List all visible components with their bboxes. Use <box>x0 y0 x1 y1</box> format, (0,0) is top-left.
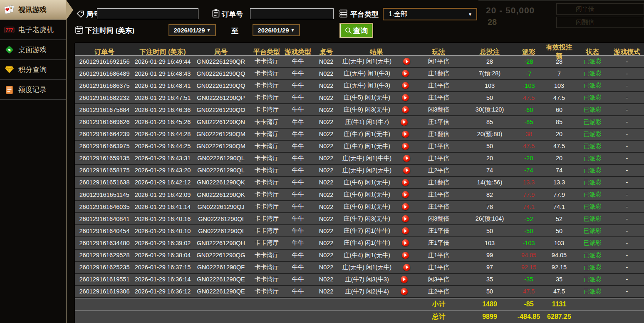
replay-video-button[interactable] <box>402 215 409 222</box>
table-row: 2601291616252352026-01-29 16:37:15GN0222… <box>75 262 644 274</box>
replay-video-button[interactable] <box>402 94 409 101</box>
table-row: 2601291616193062026-01-29 16:36:12GN0222… <box>75 286 644 298</box>
table-row: 2601291616639752026-01-29 16:44:25GN0222… <box>75 141 644 153</box>
time-cell: 2026-01-29 16:42:12 <box>134 179 192 186</box>
result-text: 庄(无牛) 闲1(无牛) <box>342 263 391 271</box>
chevron-down-icon <box>468 12 472 17</box>
valid-cell: 103 <box>543 240 575 246</box>
status-cell: 已派彩 <box>575 191 609 199</box>
game-cell: 牛牛 <box>283 263 312 271</box>
time-cell: 2026-01-29 16:48:43 <box>134 70 192 77</box>
order-cell: 260129161629528 <box>75 252 134 258</box>
replay-video-button[interactable] <box>401 288 408 295</box>
result-text: 庄(无牛) 闲2(无牛) <box>342 166 391 174</box>
table-no-cell: N022 <box>312 70 340 77</box>
table-no-cell: N022 <box>312 264 340 271</box>
replay-video-button[interactable] <box>402 143 409 150</box>
background-panel: 闲翻倍 <box>556 17 644 28</box>
platform-cell: 卡卡湾厅 <box>250 215 283 223</box>
mode-cell: - <box>609 131 644 137</box>
play-cell: 庄1翻倍 <box>413 70 465 77</box>
replay-video-button[interactable] <box>402 131 409 138</box>
payout-cell: -7 <box>515 70 543 77</box>
play-cell: 庄1平倍 <box>413 263 465 271</box>
replay-video-button[interactable] <box>402 82 409 89</box>
replay-video-button[interactable] <box>401 276 408 283</box>
table-row: 2601291616591352026-01-29 16:43:31GN0222… <box>75 153 644 165</box>
column-header-platform: 平台类型 <box>250 48 283 57</box>
platform-cell: 卡卡湾厅 <box>250 142 283 150</box>
play-cell: 庄1平倍 <box>413 94 465 102</box>
replay-video-button[interactable] <box>402 70 409 77</box>
replay-video-button[interactable] <box>402 179 409 186</box>
platform-cell: 卡卡湾厅 <box>250 263 283 271</box>
table-no-cell: N022 <box>312 131 340 137</box>
sidebar-item-table-games[interactable]: 桌面游戏 <box>0 40 66 60</box>
game-cell: 牛牛 <box>283 70 312 77</box>
platform-cell: 卡卡湾厅 <box>250 154 283 162</box>
platform-type-select[interactable]: 1.全部 <box>383 8 477 20</box>
replay-video-button[interactable] <box>403 155 410 162</box>
order-cell: 260129161619551 <box>75 276 134 283</box>
result-text: 庄(牛1) 闲1(牛7) <box>345 118 389 126</box>
sidebar-item-points-query[interactable]: 积分查询 <box>0 60 66 80</box>
play-cell: 庄1翻倍 <box>413 179 465 186</box>
platform-type-value: 1.全部 <box>389 10 407 19</box>
result-cell: 庄(无牛) 闲1(无牛) <box>340 263 413 271</box>
sidebar-item-label: 积分查询 <box>18 65 47 75</box>
result-text: 庄(牛7) 闲3(牛3) <box>345 276 389 283</box>
valid-cell: 74 <box>543 167 575 174</box>
time-cell: 2026-01-29 16:38:04 <box>134 252 192 258</box>
result-cell: 庄(无牛) 闲1(牛3) <box>340 82 413 89</box>
order-number-label: 订单号 <box>222 10 243 19</box>
order-cell: 260129161686375 <box>75 82 134 89</box>
playing-cards-icon: 9 <box>4 5 15 15</box>
replay-video-button[interactable] <box>401 119 408 126</box>
time-cell: 2026-01-29 16:37:15 <box>134 264 192 271</box>
round-cell: GN022261290QM <box>192 143 250 149</box>
table-no-cell: N022 <box>312 155 340 162</box>
mode-cell: - <box>609 191 644 198</box>
replay-video-button[interactable] <box>403 167 410 174</box>
status-cell: 已派彩 <box>575 179 609 186</box>
mode-cell: - <box>609 82 644 89</box>
payout-cell: 74.1 <box>515 204 543 210</box>
order-cell: 260129161651638 <box>75 179 134 186</box>
tag-icon <box>76 10 84 18</box>
payout-cell: 47.5 <box>515 143 543 149</box>
sidebar-item-quota-records[interactable]: 额度记录 <box>0 80 66 100</box>
round-cell: GN022261290QJ <box>192 204 250 210</box>
status-cell: 已派彩 <box>575 130 609 138</box>
round-cell: GN022261290QP <box>192 94 250 101</box>
replay-video-button[interactable] <box>402 106 409 113</box>
time-cell: 2026-01-29 16:48:41 <box>134 82 192 89</box>
result-cell: 庄(牛5) 闲1(无牛) <box>340 94 413 102</box>
replay-video-button[interactable] <box>402 203 409 210</box>
payout-cell: 13.3 <box>515 179 543 186</box>
bet-cell: 50 <box>465 288 515 295</box>
date-from-picker[interactable]: 2026/01/29 <box>168 24 216 36</box>
replay-video-button[interactable] <box>403 264 410 271</box>
round-number-input[interactable] <box>97 8 198 19</box>
result-text: 庄(牛4) 闲1(牛牛) <box>344 239 390 247</box>
sidebar-item-video-games[interactable]: 9 视讯游戏 <box>0 0 66 20</box>
background-line <box>478 0 644 1</box>
result-cell: 庄(牛7) 闲1(牛牛) <box>340 227 413 235</box>
order-number-input[interactable] <box>250 8 334 19</box>
column-header-payout: 派彩 <box>515 48 543 57</box>
game-cell: 牛牛 <box>283 203 312 211</box>
order-cell: 260129161686489 <box>75 70 134 77</box>
replay-video-button[interactable] <box>402 227 409 234</box>
search-button[interactable]: 查询 <box>339 23 373 38</box>
status-cell: 已派彩 <box>575 276 609 283</box>
replay-video-button[interactable] <box>403 58 410 65</box>
valid-cell: 20 <box>543 155 575 162</box>
game-cell: 牛牛 <box>283 106 312 114</box>
sidebar-item-slots[interactable]: 777 电子老虎机 <box>0 20 66 40</box>
date-to-picker[interactable]: 2026/01/29 <box>253 24 300 36</box>
bet-cell: 26(预:104) <box>465 215 515 223</box>
replay-video-button[interactable] <box>402 191 409 198</box>
replay-video-button[interactable] <box>402 252 409 259</box>
replay-video-button[interactable] <box>402 239 409 246</box>
game-cell: 牛牛 <box>283 276 312 283</box>
